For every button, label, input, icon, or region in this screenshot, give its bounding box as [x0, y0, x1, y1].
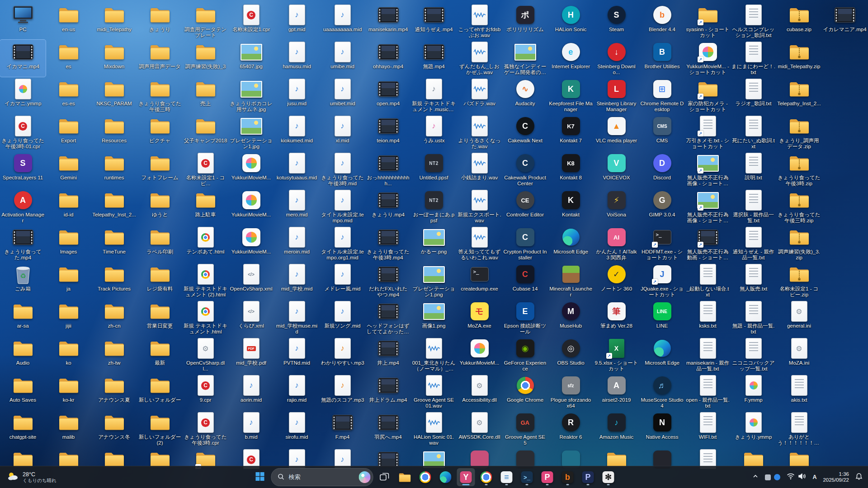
- network-volume-button[interactable]: [784, 469, 809, 486]
- desktop-icon-mixdown[interactable]: Mixdown: [91, 40, 137, 77]
- desktop-icon-mid[interactable]: ♪新規ソング.mid: [320, 299, 365, 336]
- desktop-icon-wav[interactable]: 新規エクスポート.wav: [457, 188, 502, 225]
- desktop-icon-ppsf[interactable]: NT2おーぼーまにあ.ppsf: [411, 188, 457, 225]
- desktop-icon-3-mp4[interactable]: きょうり食ってた午後3時.mp4: [365, 225, 411, 262]
- desktop-icon-c16-r5[interactable]: ↗無人販売不正行為画像 - ショートカット: [685, 151, 731, 188]
- taskbar-app-google-chrome[interactable]: [416, 468, 434, 486]
- desktop-icon-jpg[interactable]: きょうりボカコレ用サムネ.jpg: [228, 77, 274, 114]
- desktop-icon-fx-mp4[interactable]: だれだFXいれたやつ.mp4: [365, 262, 411, 299]
- desktop-icon-ko[interactable]: ko: [46, 336, 91, 373]
- desktop-icon-mp3[interactable]: ♪わかりやすい.mp3: [320, 336, 365, 373]
- desktop-icon-png[interactable]: かるー.png: [411, 225, 457, 262]
- desktop-icon-jijii[interactable]: jijii: [46, 299, 91, 336]
- taskbar-app-movie-maker-app[interactable]: Y: [457, 468, 475, 486]
- desktop-icon-uaaaaaaaaa-mid[interactable]: ♪uaaaaaaaaa.mid: [320, 3, 365, 40]
- desktop-icon-accessibility-dll[interactable]: ⚙Accessibility.dll: [457, 373, 502, 410]
- desktop-icon-nksc-param[interactable]: NKSC_PARAM: [91, 77, 137, 114]
- desktop-icon-auto-saves[interactable]: Auto Saves: [0, 373, 46, 410]
- desktop-icon-txt[interactable]: 選択肢 - 親作品一覧.txt: [731, 188, 776, 225]
- desktop-icon-c3-r11[interactable]: アナウンス夏: [91, 373, 137, 410]
- desktop-icon-html[interactable]: 新規 テキストドキュメント.html: [183, 299, 228, 336]
- desktop-icon-musehub[interactable]: MMuseHub: [548, 299, 594, 336]
- desktop-icon-mp4[interactable]: きょうり.mp4: [365, 188, 411, 225]
- desktop-icon-malib[interactable]: malib: [46, 410, 91, 447]
- desktop-icon-airset2-2019[interactable]: Aairset2-2019: [594, 373, 639, 410]
- desktop-icon-track-pictures[interactable]: Track Pictures: [91, 262, 137, 299]
- desktop-icon-1-jpg[interactable]: プレゼンテーション1.jpg: [228, 114, 274, 151]
- desktop-icon-awssdk-core-dll[interactable]: ⚙AWSSDK.Core.dll: [457, 410, 502, 447]
- desktop-icon-voisona[interactable]: ⚡VoiSona: [594, 188, 639, 225]
- desktop-icon-export[interactable]: Export: [46, 114, 91, 151]
- taskbar-app-notepad[interactable]: ≡: [498, 468, 516, 486]
- desktop-icon-minecraft-launcher[interactable]: Minecraft Launcher: [548, 262, 594, 299]
- desktop-icon-internet-explorer[interactable]: eInternet Explorer: [548, 40, 594, 77]
- desktop-icon-360[interactable]: ✓ノートン 360: [594, 262, 639, 299]
- desktop-icon-c4-r4[interactable]: ピクチャ: [137, 114, 183, 151]
- desktop-icon-audio[interactable]: Audio: [0, 336, 46, 373]
- desktop-icon-3-01-cpr[interactable]: Cきょうり食ってた午後3時-01.cpr: [0, 114, 46, 151]
- desktop-icon-b-mid[interactable]: ♪b.mid: [228, 410, 274, 447]
- search-highlight-icon[interactable]: [359, 471, 371, 483]
- desktop-icon-c4-r7[interactable]: ラベル印刷: [137, 225, 183, 262]
- desktop-icon-c1-r8[interactable]: ♻ごみ箱: [0, 262, 46, 299]
- desktop-icon-1-cpr[interactable]: C名称未設定1.cpr: [228, 3, 274, 40]
- desktop-icon-txt[interactable]: ヘルスコンプレッション_歌詞.txt: [731, 3, 776, 40]
- taskbar-app-dark-p-app[interactable]: P: [579, 468, 597, 486]
- desktop-icon-moza-ini[interactable]: ⚙MoZA.ini: [776, 336, 822, 373]
- desktop-icon-zh-tw[interactable]: zh-tw: [91, 336, 137, 373]
- desktop-icon-c16-r7[interactable]: ↗無人販売不正行為動画 - ショートカット: [685, 225, 731, 262]
- desktop-icon-umibe-mid[interactable]: ♪umibe.mid: [320, 40, 365, 77]
- desktop-icon-meroin-mid[interactable]: ♪meroin.mid: [274, 225, 320, 262]
- desktop-icon-hddfmt-exe[interactable]: >_↗HDDFMT.exe - ショートカット: [639, 225, 685, 262]
- desktop-icon-1-zip[interactable]: 名称未設定1 - コピー.zip: [776, 262, 822, 299]
- desktop-icon-3[interactable]: 調声練習(失敗)_3: [183, 40, 228, 77]
- desktop-icon-amazon-music[interactable]: ♪Amazon Music: [594, 410, 639, 447]
- desktop-icon-txt[interactable]: ありがとう！！！！！！！.txt: [776, 410, 822, 447]
- desktop-icon-ymmp[interactable]: きょうり.ymmp: [731, 410, 776, 447]
- desktop-icon-txt[interactable]: ラジオ_歌詞.txt: [731, 77, 776, 114]
- desktop-icon-9-5-xlsx[interactable]: X↗9.5.xlsx - ショートカット: [594, 336, 639, 373]
- desktop-icon-discord[interactable]: DDiscord: [639, 151, 685, 188]
- desktop-icon-steinberg-downlo[interactable]: ↓Steinberg Downlo...: [594, 40, 639, 77]
- desktop-icon-epson[interactable]: EEpson 接続診断ツール: [502, 299, 548, 336]
- desktop-icon-3-zip[interactable]: 調声練習(失敗)_3.zip: [776, 225, 822, 262]
- desktop-icon-mp4[interactable]: 通知うぜえ.mp4: [411, 3, 457, 40]
- desktop-icon-kontakt-7[interactable]: K7Kontakt 7: [548, 114, 594, 151]
- desktop-icon-zip[interactable]: きょうり食ってた午後三時.zip: [776, 188, 822, 225]
- desktop-icon-ymmp[interactable]: イカマニ.ymmp: [0, 77, 46, 114]
- desktop-icon-2018[interactable]: 父子キャンプ2018: [183, 114, 228, 151]
- desktop-icon-general-ini[interactable]: ⚙general.ini: [776, 299, 822, 336]
- desktop-icon-rajio-mid[interactable]: ♪rajio.mid: [274, 373, 320, 410]
- desktop-icon-wav[interactable]: ずんだもん_しおかぜふ.wav: [457, 40, 502, 77]
- taskbar-app-terminal[interactable]: >_: [518, 468, 536, 486]
- desktop-icon-1[interactable]: C名称未設定1 - コピ...: [183, 151, 228, 188]
- desktop-icon-c3-r12[interactable]: アナウンス冬: [91, 410, 137, 447]
- desktop-icon-mp4[interactable]: イカレマニア.mp4: [822, 3, 868, 40]
- desktop-icon-cubase-14[interactable]: CCubase 14: [502, 262, 548, 299]
- desktop-icon-ustx[interactable]: ♪うみ.ustx: [411, 114, 457, 151]
- desktop-icon-3-cpr[interactable]: Cきょうり食ってた午後3時.cpr: [183, 410, 228, 447]
- desktop-icon-txt[interactable]: 通知うぜえ - 親作品一覧.txt: [731, 225, 776, 262]
- desktop-icon-hhhhhhhhhhhh[interactable]: おっhhhhhhhhhhhh...: [365, 151, 411, 188]
- desktop-icon-yukkurimoviem[interactable]: YukkuriMovieM...: [228, 151, 274, 188]
- taskbar-app-pink-p-app[interactable]: P: [538, 468, 557, 486]
- desktop-icon-f-ymmp[interactable]: F.ymmp: [731, 373, 776, 410]
- desktop-icon-gemini[interactable]: Gemini: [46, 151, 91, 188]
- desktop[interactable]: PCイカマニ.mp4イカマニ.ymmpCきょうり食ってた午後3時-01.cprS…: [0, 0, 868, 488]
- desktop-icon-wav[interactable]: 答え知っててもずるいわこれ.wav: [457, 225, 502, 262]
- ime-indicator[interactable]: A: [810, 469, 819, 486]
- desktop-icon-gimp-3-0-4[interactable]: GGIMP 3.0.4: [639, 188, 685, 225]
- desktop-icon-mp4[interactable]: ヘッドフォンはずしててよかった.mp4: [365, 299, 411, 336]
- desktop-icon-keepforest-file-manager[interactable]: KKeepforest File Manager: [548, 77, 594, 114]
- desktop-icon-audacity[interactable]: ∿Audacity: [502, 77, 548, 114]
- desktop-icon-c12-r2[interactable]: 孤独なインディーゲーム開発者の一生...: [502, 40, 548, 77]
- desktop-icon-kontakt[interactable]: KKontakt: [548, 188, 594, 225]
- desktop-icon-yukkurimoviem[interactable]: YukkuriMovieM...: [228, 188, 274, 225]
- desktop-icon-vlc-media-player[interactable]: ▲VLC media player: [594, 114, 639, 151]
- desktop-icon-ohhayo-mp4[interactable]: ohhayo-.mp4: [365, 40, 411, 77]
- desktop-icon-f-mp4[interactable]: F.mp4: [320, 410, 365, 447]
- desktop-icon-pc[interactable]: PC: [0, 3, 46, 40]
- desktop-icon-wav[interactable]: 小銭詰まり.wav: [457, 151, 502, 188]
- desktop-icon-txt[interactable]: _起動しない場合.txt: [685, 262, 731, 299]
- desktop-icon-mp4[interactable]: イカマニ.mp4: [0, 40, 46, 77]
